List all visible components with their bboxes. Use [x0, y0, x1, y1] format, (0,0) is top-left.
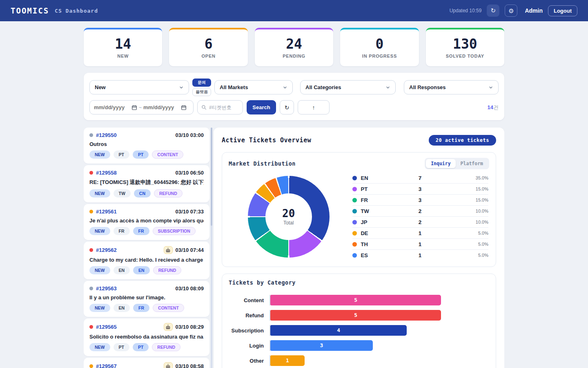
toggle-inquiry[interactable]: 문의: [192, 79, 211, 87]
category-filter-select[interactable]: All Categories: [300, 80, 396, 94]
bar-category-label: Refund: [229, 312, 270, 319]
legend-count: 3: [405, 197, 434, 203]
active-tickets-badge: 20 active tickets: [429, 135, 496, 146]
ticket-title: Solicito o reembolso da assinatura que f…: [89, 334, 204, 340]
chevron-down-icon: [283, 85, 287, 90]
legend-count: 7: [405, 175, 434, 181]
filter-refresh-button[interactable]: ↻: [280, 100, 294, 114]
bar-segment: 5: [270, 295, 441, 305]
active-tickets-overview-panel: Active Tickets Overview 20 active ticket…: [214, 128, 504, 368]
donut-total-label: Total: [283, 220, 294, 226]
ticket-tag-category: CONTENT: [152, 150, 183, 159]
ticket-list-item[interactable]: #12955803/10 06:50RE: [TOOMICS] 退款申請_604…: [84, 165, 209, 202]
bar-segment: 1: [270, 355, 305, 366]
toggle-platform-tab[interactable]: Platform: [456, 159, 488, 168]
legend-label: TW: [361, 208, 405, 214]
ticket-list-item[interactable]: #12955003/10 03:00OutrosNEWPTPTCONTENT: [84, 128, 209, 164]
legend-color-dot: [352, 198, 357, 202]
market-filter-select[interactable]: All Markets: [214, 80, 293, 94]
stat-value: 130: [453, 37, 477, 52]
ticket-id-link[interactable]: #129562: [96, 247, 117, 253]
ticket-id-link[interactable]: #129565: [96, 324, 117, 330]
legend-percent: 35.0%: [434, 175, 488, 180]
date-to-input[interactable]: [143, 104, 179, 110]
ticket-list-item[interactable]: #12956103/10 07:33Je n'ai plus accès à m…: [84, 204, 209, 240]
legend-color-dot: [352, 209, 357, 213]
scrollbar-thumb[interactable]: [211, 128, 212, 226]
stat-label: PENDING: [283, 54, 305, 58]
ticket-title: Je n'ai plus accès à mon compte vip alor…: [89, 218, 204, 224]
ticket-list-item[interactable]: #12956303/10 08:09Il y a un problème sur…: [84, 281, 209, 317]
ticket-list-item[interactable]: #12956503/10 08:29Solicito o reembolso d…: [84, 319, 209, 356]
stat-card-new[interactable]: 14NEW: [84, 28, 162, 66]
ticket-timestamp: 03/10 07:44: [176, 247, 204, 253]
ticket-title: Outros: [89, 141, 204, 147]
status-dot: [89, 287, 93, 290]
status-dot: [89, 210, 93, 213]
refresh-button[interactable]: ↻: [487, 4, 499, 17]
stats-row: 14NEW6OPEN24PENDING0IN PROGRESS130SOLVED…: [84, 28, 504, 66]
ticket-tag-lang: FR: [133, 227, 149, 235]
ticket-timestamp: 03/10 08:58: [176, 363, 204, 368]
response-filter-select[interactable]: All Responses: [404, 80, 499, 94]
legend-row: TW210.0%: [352, 206, 488, 217]
legend-label: FR: [361, 197, 405, 203]
bar-row: Other1: [229, 355, 489, 366]
legend-row: ES15.0%: [352, 250, 488, 260]
status-dot: [89, 325, 93, 329]
ticket-id-link[interactable]: #129563: [96, 285, 117, 292]
stat-card-in-progress[interactable]: 0IN PROGRESS: [340, 28, 419, 66]
overview-title: Active Tickets Overview: [222, 137, 311, 144]
ticket-timestamp: 03/10 06:50: [176, 170, 204, 176]
stat-label: IN PROGRESS: [362, 54, 397, 58]
ticket-id-link[interactable]: #129558: [96, 170, 117, 176]
toggle-inquiry-tab[interactable]: Inquiry: [426, 159, 455, 168]
legend-count: 1: [405, 230, 434, 236]
search-button[interactable]: Search: [247, 100, 276, 114]
result-count-suffix: 건: [493, 104, 499, 110]
legend-color-dot: [352, 231, 357, 236]
ticket-tag-category: CONTENT: [153, 304, 184, 312]
logout-button[interactable]: Logout: [548, 5, 577, 16]
tickets-by-category-card: Tickets by Category Content5Refund5Subsc…: [222, 274, 496, 368]
ticket-tag-status: NEW: [89, 266, 110, 274]
legend-percent: 15.0%: [434, 186, 488, 191]
bar-category-label: Login: [229, 343, 270, 349]
toggle-platform[interactable]: 플랫폼: [192, 88, 211, 96]
scroll-top-button[interactable]: ↑: [298, 100, 330, 114]
legend-row: EN735.0%: [352, 173, 488, 184]
ticket-tag-lang: FR: [133, 304, 149, 312]
ticket-id-link[interactable]: #129550: [96, 132, 117, 138]
date-from-input[interactable]: [94, 104, 130, 110]
legend-label: TH: [361, 241, 405, 247]
ticket-list-scrollbar[interactable]: [211, 128, 212, 368]
stat-label: NEW: [117, 54, 129, 58]
ticket-list: #12955003/10 03:00OutrosNEWPTPTCONTENT#1…: [84, 128, 209, 368]
legend-count: 1: [405, 241, 434, 247]
ticket-search-box: [197, 100, 243, 114]
last-updated-text: Updated 10:59: [450, 8, 482, 13]
status-filter-select[interactable]: New: [89, 80, 189, 94]
status-dot: [89, 364, 93, 368]
settings-button[interactable]: ⚙: [505, 4, 517, 17]
legend-count: 1: [405, 252, 434, 258]
stat-card-solved-today[interactable]: 130SOLVED TODAY: [426, 28, 504, 66]
ticket-list-item[interactable]: #12956203/10 07:44Charge to my card: Hel…: [84, 242, 209, 279]
ticket-search-input[interactable]: [209, 105, 238, 110]
legend-percent: 10.0%: [434, 220, 488, 224]
ticket-tag-market: PT: [114, 150, 129, 159]
refresh-icon: ↻: [491, 7, 496, 14]
bar-segment: 5: [270, 310, 441, 321]
ticket-tag-market: PT: [114, 343, 129, 351]
ticket-tag-category: REFUND: [152, 343, 180, 351]
ticket-tag-status: NEW: [89, 343, 110, 351]
bot-reply-icon: [164, 323, 173, 331]
calendar-icon: [181, 105, 187, 110]
ticket-list-item[interactable]: #12956703/10 08:58ต้องการยกเลิกสมาชิก vi…: [84, 358, 209, 368]
ticket-id-link[interactable]: #129561: [96, 209, 117, 215]
ticket-tag-category: REFUND: [154, 189, 183, 197]
stat-card-open[interactable]: 6OPEN: [169, 28, 247, 66]
stat-card-pending[interactable]: 24PENDING: [255, 28, 333, 66]
ticket-tag-market: EN: [114, 266, 130, 274]
ticket-id-link[interactable]: #129567: [96, 363, 117, 368]
